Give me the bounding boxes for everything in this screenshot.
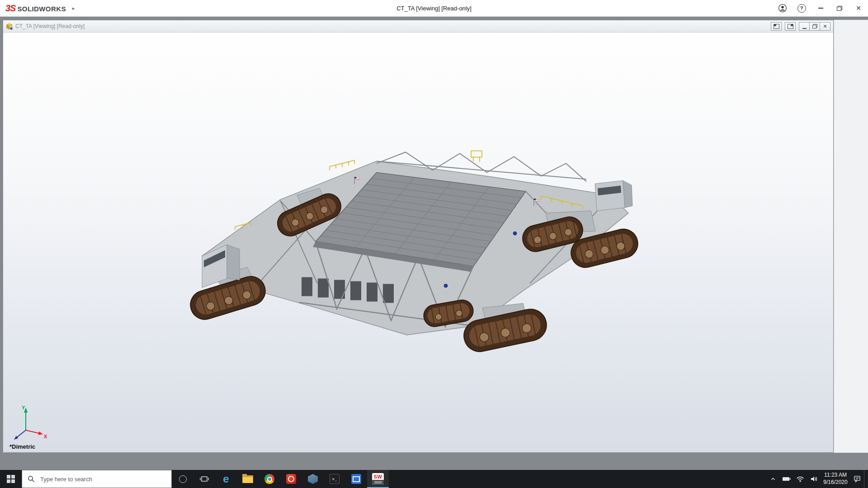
triad-x-label: X xyxy=(44,434,47,439)
right-control-cab[interactable] xyxy=(595,181,632,211)
edge-icon: e xyxy=(223,474,229,484)
doc-close-button[interactable]: ✕ xyxy=(820,22,830,31)
app-icon-blue-window xyxy=(351,474,361,484)
taskbar-solidworks-2020-button[interactable]: SW 2020 xyxy=(367,470,389,488)
taskbar-red-app-button[interactable] xyxy=(280,470,302,488)
mdi-background: CT_TA [Viewing] [Read-only] xyxy=(0,16,868,470)
screen: 3S SOLIDWORKS ▸ CT_TA [Viewing] [Read-on… xyxy=(0,0,868,488)
windows-logo-icon xyxy=(7,475,15,483)
chevron-up-icon xyxy=(770,476,776,482)
taskbar-search[interactable] xyxy=(22,470,172,488)
search-input[interactable] xyxy=(39,475,154,483)
doc-close-icon: ✕ xyxy=(823,24,827,29)
tray-volume-button[interactable] xyxy=(807,470,821,488)
taskbar-spacer xyxy=(389,470,766,488)
assembly-document-icon xyxy=(6,23,13,30)
nasa-emblem xyxy=(513,231,517,236)
cortana-icon xyxy=(179,475,187,483)
taskbar-clock[interactable]: 11:23 AM 9/16/2020 xyxy=(821,470,850,488)
app-titlebar: 3S SOLIDWORKS ▸ CT_TA [Viewing] [Read-on… xyxy=(0,0,868,17)
graphics-viewport[interactable]: Y X *Dimetric xyxy=(3,33,833,452)
task-pane-collapsed xyxy=(834,20,868,453)
triad-y-label: Y xyxy=(22,405,25,410)
document-window: CT_TA [Viewing] [Read-only] xyxy=(3,20,834,453)
taskbar: e >_ SW 2020 xyxy=(0,470,868,488)
speaker-icon xyxy=(810,476,818,482)
action-center-icon xyxy=(854,475,861,483)
clock-time: 11:23 AM xyxy=(824,472,847,479)
start-button[interactable] xyxy=(0,470,22,488)
chrome-icon xyxy=(264,474,274,484)
task-view-icon xyxy=(200,475,209,483)
account-icon xyxy=(778,4,787,13)
search-icon xyxy=(28,475,35,483)
viewport-canvas[interactable] xyxy=(3,33,833,452)
taskbar-edge-button[interactable]: e xyxy=(215,470,237,488)
cascade-icon xyxy=(788,24,793,29)
doc-minimize-icon xyxy=(802,28,807,29)
restore-button[interactable] xyxy=(830,0,849,16)
tray-network-button[interactable] xyxy=(793,470,807,488)
tile-icon xyxy=(774,24,779,29)
task-view-button[interactable] xyxy=(193,470,215,488)
taskbar-chrome-button[interactable] xyxy=(259,470,280,488)
minimize-icon xyxy=(818,8,823,9)
document-titlebar[interactable]: CT_TA [Viewing] [Read-only] xyxy=(3,20,833,33)
minimize-button[interactable] xyxy=(811,0,830,16)
show-desktop-button[interactable] xyxy=(864,470,868,488)
nasa-emblem-2 xyxy=(443,283,448,288)
cortana-button[interactable] xyxy=(172,470,193,488)
taskbar-file-explorer-button[interactable] xyxy=(237,470,259,488)
cascade-window-button[interactable] xyxy=(785,22,796,31)
restore-icon xyxy=(837,6,842,11)
solidworks-logo: 3S SOLIDWORKS xyxy=(5,3,66,14)
model-crawler-transporter[interactable] xyxy=(187,151,641,355)
doc-restore-button[interactable] xyxy=(809,22,820,31)
file-explorer-icon xyxy=(242,475,253,483)
dassault-logo-mark: 3S xyxy=(5,3,15,14)
window-controls: ? ✕ xyxy=(773,0,868,16)
doc-restore-icon xyxy=(812,24,817,28)
app-window-title: CT_TA [Viewing] [Read-only] xyxy=(396,5,472,12)
action-center-button[interactable] xyxy=(850,470,864,488)
taskbar-command-prompt-button[interactable]: >_ xyxy=(324,470,345,488)
view-orientation-label: *Dimetric xyxy=(9,443,35,450)
close-icon: ✕ xyxy=(856,5,861,11)
app-icon-red xyxy=(286,474,296,484)
wifi-icon xyxy=(796,476,804,482)
taskbar-cube-app-button[interactable] xyxy=(302,470,324,488)
doc-minimize-button[interactable] xyxy=(799,22,810,31)
doc-window-control-group: ✕ xyxy=(799,22,830,31)
menu-flyout-arrow-icon[interactable]: ▸ xyxy=(72,5,75,11)
document-title: CT_TA [Viewing] [Read-only] xyxy=(15,23,85,29)
help-button[interactable]: ? xyxy=(792,0,811,16)
tray-show-hidden-icons-button[interactable] xyxy=(766,470,780,488)
reference-triad: Y X xyxy=(8,402,51,445)
account-button[interactable] xyxy=(773,0,792,16)
taskbar-blue-app-button[interactable] xyxy=(345,470,367,488)
close-button[interactable]: ✕ xyxy=(849,0,868,16)
help-icon: ? xyxy=(797,4,806,13)
app-icon-hexagon xyxy=(308,474,318,484)
battery-icon xyxy=(782,476,791,482)
document-window-buttons: ✕ xyxy=(771,22,830,31)
tray-battery-button[interactable] xyxy=(780,470,793,488)
command-prompt-icon: >_ xyxy=(330,474,340,484)
brand-name: SOLIDWORKS xyxy=(17,5,66,13)
solidworks-2020-icon: SW 2020 xyxy=(372,473,384,485)
solidworks-year-badge: 2020 xyxy=(372,480,384,485)
clock-date: 9/16/2020 xyxy=(823,479,847,486)
tile-window-button[interactable] xyxy=(771,22,782,31)
